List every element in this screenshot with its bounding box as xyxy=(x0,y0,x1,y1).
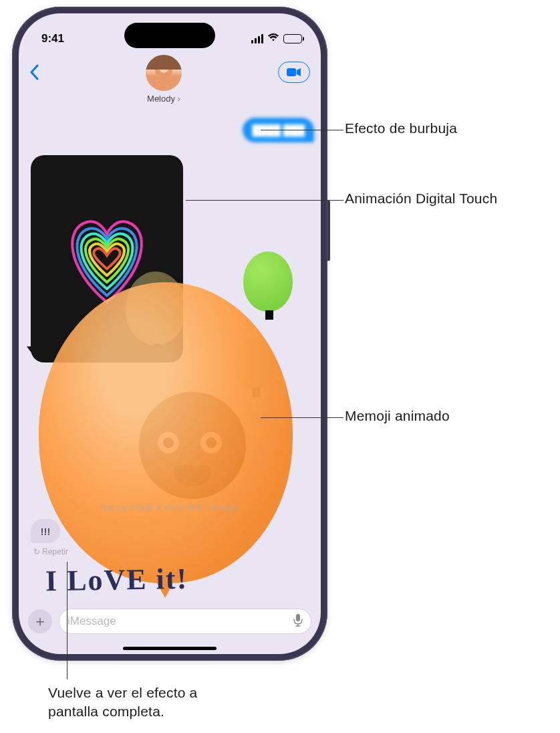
callout-digital-touch: Animación Digital Touch xyxy=(345,191,497,207)
input-placeholder: iMessage xyxy=(67,615,116,628)
battery-icon xyxy=(283,34,302,43)
input-area: ＋ iMessage xyxy=(19,605,321,645)
message-input[interactable]: iMessage xyxy=(59,609,311,634)
wifi-icon xyxy=(267,32,279,45)
unsent-status: Has cancelado el envío de un mensaje xyxy=(19,503,321,512)
mic-icon[interactable] xyxy=(293,613,303,630)
side-button xyxy=(327,201,330,261)
facetime-button[interactable] xyxy=(278,62,310,83)
svg-rect-1 xyxy=(296,614,300,621)
status-icons xyxy=(251,32,302,45)
home-indicator[interactable] xyxy=(123,647,217,650)
contact-header[interactable]: Melody xyxy=(146,55,182,104)
conversation[interactable]: ████ ███ xyxy=(19,118,321,654)
balloon-decor xyxy=(243,251,293,312)
callout-line xyxy=(186,200,343,201)
apps-button[interactable]: ＋ xyxy=(28,609,52,633)
callout-line xyxy=(67,562,67,679)
handwritten-message[interactable]: I LoVE it! xyxy=(45,560,301,599)
nav-bar: Melody xyxy=(19,52,321,118)
balloon-effect-overlay xyxy=(39,282,293,583)
status-time: 9:41 xyxy=(41,32,64,45)
callout-fullscreen-replay: Vuelve a ver el efecto a pantalla comple… xyxy=(48,684,235,722)
video-icon xyxy=(287,68,301,77)
plus-icon: ＋ xyxy=(33,611,47,631)
dynamic-island xyxy=(124,23,215,48)
callout-bubble-effect: Efecto de burbuja xyxy=(345,120,457,136)
callout-line xyxy=(261,130,343,130)
tapback-emphasis[interactable]: !!! xyxy=(31,519,60,543)
cellular-icon xyxy=(251,34,263,43)
contact-name: Melody xyxy=(147,94,180,104)
iphone-frame: 9:41 Melody xyxy=(12,7,327,661)
svg-rect-0 xyxy=(287,68,296,76)
callout-line xyxy=(261,417,343,418)
replay-effect-button[interactable]: ↻ Repetir xyxy=(33,547,68,556)
screen: 9:41 Melody xyxy=(19,13,321,654)
replay-icon: ↻ xyxy=(33,547,40,556)
back-button[interactable] xyxy=(29,58,49,87)
callout-memoji: Memoji animado xyxy=(345,408,450,424)
avatar xyxy=(146,55,182,91)
